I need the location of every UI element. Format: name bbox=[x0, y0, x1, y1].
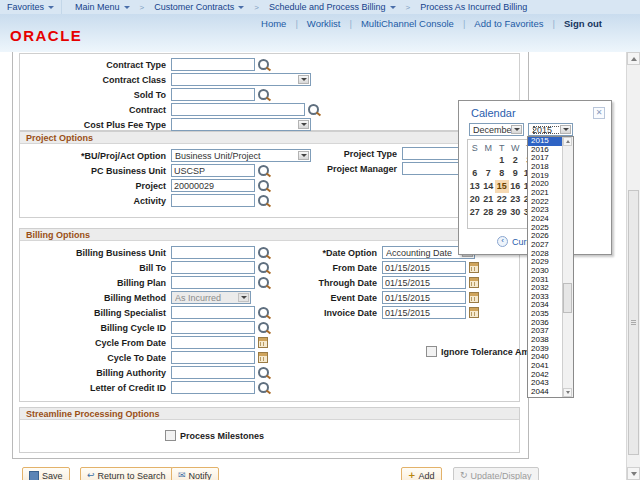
form-row: Contract bbox=[20, 102, 519, 117]
header-link-2[interactable]: MultiChannel Console bbox=[361, 18, 454, 29]
lookup-icon[interactable] bbox=[258, 322, 269, 333]
invoice-date-field[interactable] bbox=[382, 306, 466, 319]
notify-button[interactable]: ✉ Notify bbox=[171, 467, 219, 480]
header-link-1[interactable]: Worklist bbox=[307, 18, 341, 29]
process-milestones-checkbox[interactable] bbox=[165, 430, 176, 441]
chevron-down-icon[interactable] bbox=[560, 125, 571, 134]
header-link-divider: | bbox=[349, 18, 351, 29]
contract-field[interactable] bbox=[171, 103, 305, 116]
lookup-icon[interactable] bbox=[308, 104, 319, 115]
from-date-field[interactable] bbox=[382, 261, 466, 274]
calendar-day[interactable]: 15 bbox=[495, 180, 509, 193]
scroll-up-button[interactable] bbox=[627, 52, 640, 65]
update-display-button[interactable]: ↻ Update/Display bbox=[453, 467, 539, 480]
header-link-3[interactable]: Add to Favorites bbox=[474, 18, 543, 29]
chevron-down-icon[interactable] bbox=[298, 120, 309, 129]
calendar-day[interactable]: 2 bbox=[509, 154, 523, 167]
breadcrumb-item-4[interactable]: Process As Incurred Billing bbox=[413, 0, 534, 14]
header-link-0[interactable]: Home bbox=[261, 18, 286, 29]
lookup-icon[interactable] bbox=[258, 165, 269, 176]
letter-of-credit-id-field[interactable] bbox=[171, 381, 255, 394]
calendar-day[interactable]: 23 bbox=[509, 193, 523, 206]
billing-business-unit-field[interactable] bbox=[171, 246, 255, 259]
lookup-icon[interactable] bbox=[258, 247, 269, 258]
calendar-icon[interactable] bbox=[469, 307, 479, 318]
activity-field[interactable] bbox=[171, 194, 255, 207]
scroll-down-button[interactable] bbox=[627, 467, 640, 480]
return-to-search-button[interactable]: ↩ Return to Search bbox=[80, 467, 173, 480]
sold-to-field[interactable] bbox=[171, 88, 255, 101]
calendar-icon[interactable] bbox=[469, 262, 479, 273]
contract-class-select[interactable] bbox=[171, 73, 311, 86]
bu-proj-act-option-select[interactable]: Business Unit/Project bbox=[171, 149, 311, 162]
project-options-section: Project Options *BU/Proj/Act OptionBusin… bbox=[19, 131, 520, 218]
calendar-day[interactable]: 30 bbox=[509, 206, 523, 219]
calendar-day[interactable]: 28 bbox=[482, 206, 496, 219]
ignore-tolerance-checkbox[interactable] bbox=[426, 346, 437, 357]
scrollbar-thumb[interactable] bbox=[628, 190, 639, 455]
field-label: From Date bbox=[300, 263, 380, 273]
bill-to-field[interactable] bbox=[171, 261, 255, 274]
calendar-day[interactable]: 20 bbox=[468, 193, 482, 206]
calendar-day[interactable]: 8 bbox=[495, 167, 509, 180]
selected-value: Business Unit/Project bbox=[175, 151, 310, 161]
year-select[interactable]: 2015 bbox=[528, 123, 573, 136]
lookup-icon[interactable] bbox=[258, 382, 269, 393]
calendar-day[interactable]: 29 bbox=[495, 206, 509, 219]
lookup-icon[interactable] bbox=[258, 89, 269, 100]
breadcrumb-item-2[interactable]: Customer Contracts bbox=[147, 0, 251, 14]
calendar-day[interactable]: 6 bbox=[468, 167, 482, 180]
form-row: Contract Type bbox=[20, 57, 519, 72]
calendar-day[interactable]: 1 bbox=[495, 154, 509, 167]
chevron-down-icon[interactable] bbox=[298, 75, 309, 84]
calendar-day[interactable]: 16 bbox=[509, 180, 523, 193]
lookup-icon[interactable] bbox=[258, 277, 269, 288]
lookup-icon[interactable] bbox=[258, 59, 269, 70]
calendar-day[interactable]: 14 bbox=[482, 180, 496, 193]
breadcrumb-item-label: Process As Incurred Billing bbox=[420, 2, 527, 12]
calendar-day[interactable]: 13 bbox=[468, 180, 482, 193]
breadcrumb-item-3[interactable]: Schedule and Process Billing bbox=[262, 0, 403, 14]
breadcrumb-item-0[interactable]: Favorites bbox=[0, 0, 62, 14]
year-list-scrollbar[interactable] bbox=[562, 137, 573, 397]
lookup-icon[interactable] bbox=[258, 367, 269, 378]
cycle-from-date-field[interactable] bbox=[171, 336, 255, 349]
calendar-icon[interactable] bbox=[469, 277, 479, 288]
through-date-field[interactable] bbox=[382, 276, 466, 289]
month-select[interactable]: December bbox=[469, 123, 524, 136]
billing-authority-field[interactable] bbox=[171, 366, 255, 379]
pc-business-unit-field[interactable] bbox=[171, 164, 255, 177]
calendar-icon[interactable] bbox=[469, 292, 479, 303]
calendar-day[interactable]: 7 bbox=[482, 167, 496, 180]
billing-specialist-field[interactable] bbox=[171, 306, 255, 319]
save-button[interactable]: Save bbox=[22, 467, 70, 480]
lookup-icon[interactable] bbox=[258, 195, 269, 206]
year-scrollbar-thumb[interactable] bbox=[563, 283, 572, 313]
lookup-icon[interactable] bbox=[258, 307, 269, 318]
cost-plus-fee-type-select[interactable] bbox=[171, 118, 311, 131]
contract-type-field[interactable] bbox=[171, 58, 255, 71]
calendar-day[interactable]: 22 bbox=[495, 193, 509, 206]
calendar-day[interactable]: 9 bbox=[509, 167, 523, 180]
lookup-icon[interactable] bbox=[258, 180, 269, 191]
event-date-field[interactable] bbox=[382, 291, 466, 304]
calendar-icon[interactable] bbox=[258, 352, 268, 363]
add-button[interactable]: + Add bbox=[401, 467, 442, 480]
chevron-down-icon[interactable] bbox=[511, 125, 522, 134]
calendar-day[interactable]: 27 bbox=[468, 206, 482, 219]
field-label: Billing Authority bbox=[20, 368, 169, 378]
breadcrumb-item-1[interactable]: Main Menu bbox=[68, 0, 137, 14]
billing-cycle-id-field[interactable] bbox=[171, 321, 255, 334]
cycle-to-date-field[interactable] bbox=[171, 351, 255, 364]
sign-out-link[interactable]: Sign out bbox=[564, 18, 602, 29]
lookup-icon[interactable] bbox=[258, 262, 269, 273]
calendar-icon[interactable] bbox=[258, 337, 268, 348]
year-scroll-down-button[interactable] bbox=[563, 388, 572, 397]
year-scroll-up-button[interactable] bbox=[563, 137, 572, 146]
project-field[interactable] bbox=[171, 179, 255, 192]
billing-plan-field[interactable] bbox=[171, 276, 255, 289]
calendar-day[interactable]: 21 bbox=[482, 193, 496, 206]
close-icon[interactable]: ✕ bbox=[593, 107, 605, 119]
year-option[interactable]: 2044 bbox=[528, 388, 563, 397]
vertical-scrollbar[interactable] bbox=[626, 52, 640, 480]
